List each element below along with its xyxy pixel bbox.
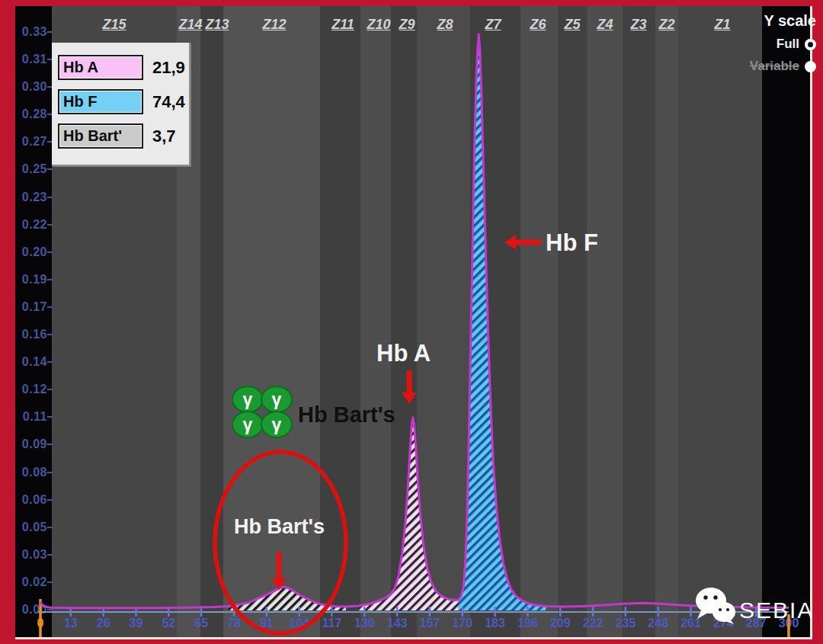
hb-barts-pointer-label: Hb Bart's: [234, 515, 325, 539]
svg-text:γ: γ: [272, 389, 282, 409]
sebia-logo: SEBIA: [692, 585, 814, 625]
gamma-tetramer-icon: γ γ γ γ: [231, 384, 293, 439]
electrophoresis-result-window: Z15Z14Z13Z12Z11Z10Z9Z8Z7Z6Z5Z4Z3Z2Z1 0.3…: [0, 0, 823, 644]
peak-area-hatch-pink: [358, 418, 458, 610]
svg-text:γ: γ: [243, 415, 253, 434]
svg-text:γ: γ: [243, 389, 253, 409]
hb-a-peak-label: Hb A: [376, 340, 431, 367]
hb-barts-gamma-label: Hb Bart's: [298, 402, 395, 428]
sebia-logo-text: SEBIA: [739, 598, 814, 623]
electropherogram-plot: [0, 0, 823, 644]
hb-a-arrow-head: [402, 392, 417, 404]
hb-f-arrow-head: [504, 235, 516, 250]
svg-text:γ: γ: [272, 415, 282, 434]
wechat-icon: [692, 585, 736, 625]
hb-f-peak-label: Hb F: [546, 229, 598, 257]
